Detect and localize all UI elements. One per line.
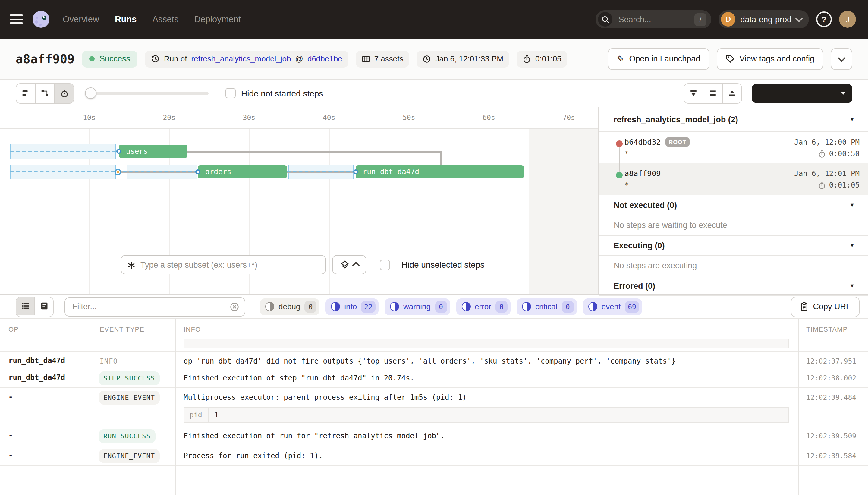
toggle-icon bbox=[522, 302, 531, 311]
axis-tick-label: 50s bbox=[403, 113, 415, 122]
nav-item-deployment[interactable]: Deployment bbox=[194, 15, 241, 24]
log-timestamp-cell: 12:02:39.484 bbox=[798, 388, 868, 426]
axis-tick-label: 70s bbox=[562, 113, 575, 122]
level-name: critical bbox=[535, 302, 558, 311]
gantt-step-bar[interactable]: orders bbox=[198, 165, 287, 178]
workspace-switcher[interactable]: D data-eng-prod bbox=[718, 10, 809, 28]
level-count: 0 bbox=[562, 301, 574, 313]
log-event-type-cell: RUN_SUCCESS bbox=[91, 426, 175, 446]
collapse-all-up-button[interactable] bbox=[722, 84, 741, 103]
status-label: Success bbox=[100, 54, 130, 63]
more-run-actions-button[interactable] bbox=[831, 48, 852, 70]
grid-icon bbox=[362, 54, 370, 63]
sidebar-section-header[interactable]: Errored (0)▼ bbox=[598, 276, 868, 296]
axis-tick-label: 10s bbox=[83, 113, 96, 122]
log-message: Finished execution of run for "refresh_a… bbox=[184, 432, 798, 440]
clear-filter-icon[interactable] bbox=[230, 302, 239, 311]
job-link[interactable]: refresh_analytics_model_job bbox=[191, 54, 291, 63]
user-avatar[interactable]: J bbox=[839, 11, 856, 28]
nav-item-runs[interactable]: Runs bbox=[115, 15, 137, 24]
duration-tag: 0:01:05 bbox=[517, 50, 568, 67]
at-separator: @ bbox=[295, 54, 303, 63]
sidebar-job-header[interactable]: refresh_analytics_model_job (2) ▼ bbox=[598, 107, 868, 132]
gantt-step-bar[interactable]: users bbox=[119, 145, 188, 158]
log-level-pills: debug0info22warning0error0critical0event… bbox=[260, 298, 642, 315]
log-event-type-cell: INFO bbox=[91, 352, 175, 368]
log-level-warning[interactable]: warning0 bbox=[385, 298, 450, 315]
event-type-plain: INFO bbox=[99, 355, 118, 365]
hide-unselected-checkbox[interactable] bbox=[380, 259, 390, 270]
toggle-icon bbox=[265, 302, 274, 311]
hide-unselected-label: Hide unselected steps bbox=[401, 260, 485, 270]
sidebar-run-row[interactable]: a8aff909Jan 6, 12:01 PM*0:01:05 bbox=[598, 164, 868, 195]
nav-item-overview[interactable]: Overview bbox=[63, 15, 99, 24]
run-duration-value: 0:01:05 bbox=[829, 181, 860, 189]
assets-tag[interactable]: 7 assets bbox=[355, 50, 410, 67]
re-execute-options-button[interactable] bbox=[834, 84, 852, 103]
run-date: Jan 6, 12:00 PM bbox=[794, 138, 860, 146]
log-structured-view-button[interactable] bbox=[34, 297, 53, 315]
run-date: Jan 6, 12:01 PM bbox=[794, 169, 860, 177]
history-icon bbox=[151, 54, 160, 63]
log-list-view-button[interactable] bbox=[16, 297, 34, 315]
level-count: 0 bbox=[435, 301, 447, 313]
nav-item-assets[interactable]: Assets bbox=[152, 15, 178, 24]
log-level-debug[interactable]: debug0 bbox=[260, 298, 319, 315]
re-execute-all-button[interactable]: Re-execute all (*) bbox=[751, 84, 834, 103]
workspace-avatar: D bbox=[721, 12, 735, 27]
view-tags-config-button[interactable]: View tags and config bbox=[716, 48, 823, 70]
step-subset-input[interactable] bbox=[121, 256, 326, 274]
hide-not-started-checkbox[interactable] bbox=[225, 88, 236, 98]
log-op-cell bbox=[0, 339, 91, 351]
commit-link[interactable]: d6dbe1be bbox=[308, 54, 342, 63]
sidebar-section-header[interactable]: Not executed (0)▼ bbox=[598, 195, 868, 215]
log-event-type-cell: STEP_SUCCESS bbox=[91, 369, 175, 387]
collapse-all-down-button[interactable] bbox=[684, 84, 702, 103]
event-type-badge: RUN_SUCCESS bbox=[99, 429, 156, 443]
zoom-slider-thumb[interactable] bbox=[85, 87, 97, 99]
log-level-critical[interactable]: critical0 bbox=[517, 298, 577, 315]
log-filter-input[interactable] bbox=[65, 302, 230, 311]
log-timestamp-cell: 12:02:38.002 bbox=[798, 369, 868, 387]
menu-icon[interactable] bbox=[10, 15, 23, 24]
axis-tick-label: 30s bbox=[243, 113, 256, 122]
log-event-type-cell: ENGINE_EVENT bbox=[91, 446, 175, 465]
log-row: run_dbt_da47dINFOop 'run_dbt_da47d' did … bbox=[0, 352, 868, 369]
help-icon[interactable]: ? bbox=[816, 12, 832, 27]
gantt-chart: 10s20s30s40s50s60s70s usersordersrun_dbt… bbox=[0, 107, 598, 294]
log-op-cell: - bbox=[0, 426, 91, 446]
log-info-cell: Finished execution of step "run_dbt_da47… bbox=[175, 369, 798, 387]
view-mode-timed-button[interactable] bbox=[54, 84, 73, 103]
log-filter-bar: debug0info22warning0error0critical0event… bbox=[0, 294, 868, 319]
run-duration: 0:01:05 bbox=[818, 181, 860, 189]
sidebar-section-header[interactable]: Executing (0)▼ bbox=[598, 236, 868, 256]
caret-down-icon bbox=[841, 92, 846, 95]
tag-icon bbox=[726, 54, 734, 63]
log-op-cell: run_dbt_da47d bbox=[0, 352, 91, 368]
sidebar-job-title: refresh_analytics_model_job (2) bbox=[614, 115, 738, 124]
open-in-launchpad-button[interactable]: ✎ Open in Launchpad bbox=[608, 48, 709, 70]
search-input[interactable] bbox=[617, 14, 690, 24]
log-table-header: OP EVENT TYPE INFO TIMESTAMP bbox=[0, 319, 868, 339]
status-badge: Success bbox=[82, 50, 137, 67]
zoom-slider[interactable] bbox=[85, 87, 209, 99]
copy-url-button[interactable]: Copy URL bbox=[791, 296, 860, 317]
dagster-logo-icon[interactable] bbox=[33, 11, 49, 28]
view-mode-flat-button[interactable] bbox=[16, 84, 35, 103]
expand-rows-button[interactable] bbox=[702, 84, 722, 103]
log-level-info[interactable]: info22 bbox=[326, 298, 379, 315]
graph-query-toggle-button[interactable] bbox=[332, 255, 366, 274]
run-duration-value: 0:00:50 bbox=[829, 150, 860, 158]
sidebar-run-row[interactable]: b64dbd32ROOTJan 6, 12:00 PM*0:00:50 bbox=[598, 132, 868, 164]
run-of-tag: Run of refresh_analytics_model_job @ d6d… bbox=[145, 50, 348, 67]
gantt-step-bar[interactable]: run_dbt_da47d bbox=[355, 165, 524, 178]
root-badge: ROOT bbox=[665, 137, 689, 147]
search-box[interactable]: / bbox=[595, 10, 711, 28]
workspace-name: data-eng-prod bbox=[740, 15, 792, 24]
sb-sections: Not executed (0)▼No steps are waiting to… bbox=[598, 195, 868, 296]
log-op-cell bbox=[0, 466, 91, 485]
waiting-dash-line bbox=[11, 171, 198, 172]
log-level-error[interactable]: error0 bbox=[456, 298, 510, 315]
view-mode-waterfall-button[interactable] bbox=[35, 84, 54, 103]
log-level-event[interactable]: event69 bbox=[583, 298, 642, 315]
